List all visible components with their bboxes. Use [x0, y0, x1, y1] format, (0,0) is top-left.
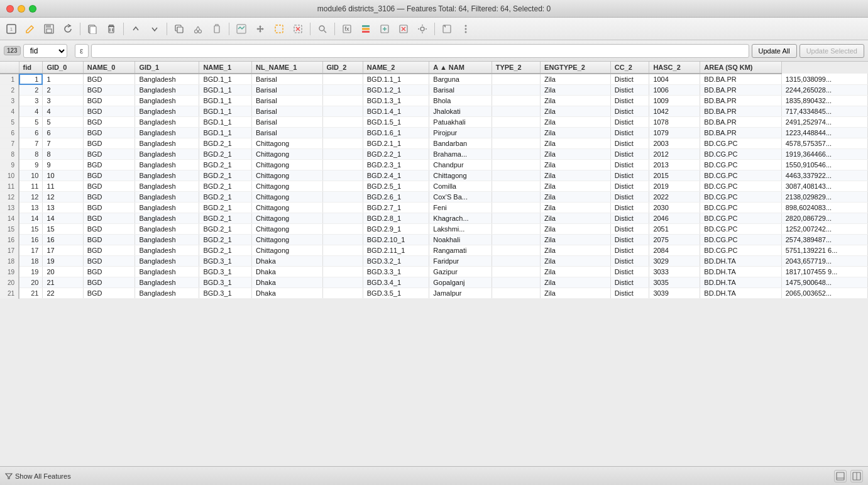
table-cell[interactable]: Jamalpur: [429, 288, 492, 299]
close-button[interactable]: [6, 5, 14, 13]
table-cell[interactable]: 1042: [649, 106, 700, 117]
table-cell[interactable]: BD.DH.TA: [700, 256, 781, 267]
table-cell[interactable]: Pirojpur: [429, 128, 492, 138]
table-cell[interactable]: BGD.2_1: [199, 192, 252, 203]
col-header-anam[interactable]: A ▲ NAM: [429, 62, 492, 74]
table-cell[interactable]: Distict: [610, 106, 649, 117]
table-cell[interactable]: [492, 181, 540, 192]
table-cell[interactable]: BGD.2_1: [199, 224, 252, 235]
minimize-button[interactable]: [18, 5, 25, 13]
table-cell[interactable]: BD.CG.PC: [700, 203, 781, 213]
table-cell[interactable]: 2003: [649, 138, 700, 149]
table-cell[interactable]: [322, 128, 363, 138]
table-cell[interactable]: 2820,086729...: [781, 213, 867, 224]
table-cell[interactable]: 1550,910546...: [781, 160, 867, 170]
cell-fid[interactable]: 12: [19, 192, 43, 203]
table-cell[interactable]: 2084: [649, 245, 700, 256]
table-cell[interactable]: Chittagong: [252, 160, 323, 170]
table-cell[interactable]: Dhaka: [252, 288, 323, 299]
table-cell[interactable]: Chittagong: [252, 203, 323, 213]
table-cell[interactable]: 22: [43, 288, 83, 299]
table-cell[interactable]: [322, 74, 363, 85]
table-cell[interactable]: [492, 74, 540, 85]
table-cell[interactable]: BGD.2.6_1: [363, 192, 429, 203]
table-cell[interactable]: Distict: [610, 149, 649, 160]
table-cell[interactable]: BD.CG.PC: [700, 235, 781, 245]
table-cell[interactable]: Barisal: [429, 85, 492, 96]
table-cell[interactable]: BGD: [83, 106, 135, 117]
table-cell[interactable]: Zila: [541, 106, 611, 117]
table-cell[interactable]: BGD.1.4_1: [363, 106, 429, 117]
table-cell[interactable]: Zila: [541, 170, 611, 181]
col-header-hasc2[interactable]: HASC_2: [649, 62, 700, 74]
table-cell[interactable]: BGD.3_1: [199, 277, 252, 288]
table-cell[interactable]: BGD.1.6_1: [363, 128, 429, 138]
col-header-name2[interactable]: NAME_2: [363, 62, 429, 74]
cell-fid[interactable]: 20: [19, 277, 43, 288]
cell-fid[interactable]: 14: [19, 213, 43, 224]
table-cell[interactable]: 2065,003652...: [781, 288, 867, 299]
table-cell[interactable]: BGD: [83, 149, 135, 160]
table-cell[interactable]: Bangladesh: [135, 256, 199, 267]
table-cell[interactable]: BGD.2_1: [199, 138, 252, 149]
table-cell[interactable]: 6: [43, 128, 83, 138]
cell-fid[interactable]: 13: [19, 203, 43, 213]
table-cell[interactable]: Chittagong: [252, 170, 323, 181]
table-cell[interactable]: Chittagong: [252, 181, 323, 192]
table-cell[interactable]: BGD.2_1: [199, 181, 252, 192]
table-cell[interactable]: [322, 170, 363, 181]
table-cell[interactable]: [492, 288, 540, 299]
table-cell[interactable]: 3035: [649, 277, 700, 288]
table-cell[interactable]: [492, 128, 540, 138]
update-selected-button[interactable]: Update Selected: [799, 44, 864, 58]
table-cell[interactable]: Comilla: [429, 181, 492, 192]
filter-input[interactable]: [91, 44, 749, 58]
table-cell[interactable]: Chittagong: [252, 245, 323, 256]
table-cell[interactable]: 1252,007242...: [781, 224, 867, 235]
cell-fid[interactable]: 10: [19, 170, 43, 181]
table-cell[interactable]: Bangladesh: [135, 128, 199, 138]
col-header-type2[interactable]: TYPE_2: [492, 62, 540, 74]
zoom-map-button[interactable]: [233, 20, 250, 38]
expand-dock-button[interactable]: [438, 20, 456, 38]
table-cell[interactable]: Chittagong: [252, 213, 323, 224]
table-cell[interactable]: BD.BA.PR: [700, 74, 781, 85]
table-cell[interactable]: Chittagong: [252, 224, 323, 235]
table-cell[interactable]: BGD.2.9_1: [363, 224, 429, 235]
table-cell[interactable]: Bangladesh: [135, 224, 199, 235]
select-features-button[interactable]: [270, 20, 288, 38]
table-cell[interactable]: Chittagong: [252, 192, 323, 203]
table-cell[interactable]: BD.CG.PC: [700, 245, 781, 256]
table-cell[interactable]: Rangamati: [429, 245, 492, 256]
table-cell[interactable]: BD.BA.PR: [700, 128, 781, 138]
table-cell[interactable]: BGD.2_1: [199, 235, 252, 245]
table-cell[interactable]: Bangladesh: [135, 138, 199, 149]
col-header-engtype2[interactable]: ENGTYPE_2: [541, 62, 611, 74]
table-cell[interactable]: BGD: [83, 138, 135, 149]
cell-fid[interactable]: 11: [19, 181, 43, 192]
table-cell[interactable]: Bangladesh: [135, 117, 199, 128]
cell-fid[interactable]: 4: [19, 106, 43, 117]
table-cell[interactable]: Gazipur: [429, 267, 492, 277]
table-cell[interactable]: [322, 106, 363, 117]
table-cell[interactable]: Zila: [541, 149, 611, 160]
table-cell[interactable]: Distict: [610, 213, 649, 224]
pan-map-button[interactable]: [251, 20, 269, 38]
table-cell[interactable]: Bangladesh: [135, 192, 199, 203]
table-cell[interactable]: Noakhali: [429, 235, 492, 245]
table-cell[interactable]: BGD.2_1: [199, 170, 252, 181]
table-cell[interactable]: Zila: [541, 245, 611, 256]
col-header-nlname1[interactable]: NL_NAME_1: [252, 62, 323, 74]
field-select[interactable]: fid: [23, 44, 67, 58]
table-cell[interactable]: BGD: [83, 85, 135, 96]
table-cell[interactable]: BGD: [83, 224, 135, 235]
table-cell[interactable]: [492, 256, 540, 267]
table-cell[interactable]: 13: [43, 203, 83, 213]
table-cell[interactable]: 2: [43, 85, 83, 96]
move-down-button[interactable]: [146, 20, 163, 38]
table-cell[interactable]: BGD.2.8_1: [363, 213, 429, 224]
table-cell[interactable]: Lakshmi...: [429, 224, 492, 235]
table-cell[interactable]: Bangladesh: [135, 106, 199, 117]
table-cell[interactable]: Distict: [610, 235, 649, 245]
table-cell[interactable]: BD.CG.PC: [700, 192, 781, 203]
